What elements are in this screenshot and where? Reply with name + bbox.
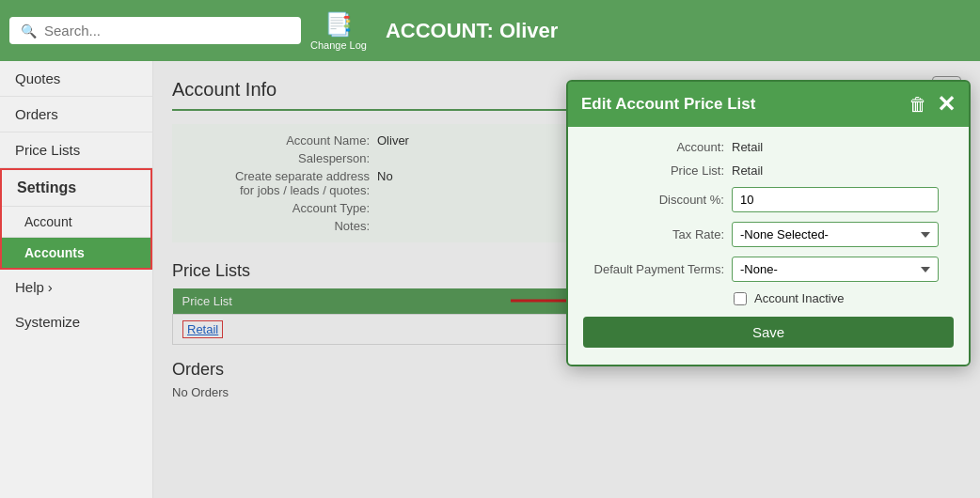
modal-discount-input[interactable] (732, 187, 939, 212)
modal-account-label: Account: (583, 140, 724, 154)
modal-header: Edit Account Price List 🗑 ✕ (568, 82, 969, 127)
changelog-label: Change Log (310, 39, 367, 51)
modal-payment-terms-label: Default Payment Terms: (583, 262, 724, 276)
modal-account-row: Account: Retail (583, 140, 954, 154)
settings-group: Settings Account Accounts (0, 168, 152, 270)
sidebar-item-account[interactable]: Account (2, 206, 150, 237)
modal-price-list-row: Price List: Retail (583, 163, 954, 178)
edit-account-price-list-modal: Edit Account Price List 🗑 ✕ Account: Ret… (566, 80, 971, 366)
modal-tax-rate-label: Tax Rate: (583, 227, 724, 241)
modal-save-button[interactable]: Save (583, 317, 954, 348)
modal-delete-button[interactable]: 🗑 (909, 94, 927, 116)
modal-discount-row: Discount %: (583, 187, 954, 212)
sidebar-item-orders[interactable]: Orders (0, 97, 152, 132)
modal-title: Edit Account Price List (581, 95, 755, 114)
modal-payment-terms-row: Default Payment Terms: -None- (583, 257, 954, 282)
field-label-account-type: Account Type: (182, 201, 370, 215)
modal-price-list-label: Price List: (583, 163, 724, 178)
sidebar-item-settings[interactable]: Settings (2, 170, 150, 206)
account-inactive-checkbox[interactable] (734, 292, 747, 305)
modal-footer: Save (583, 317, 954, 351)
modal-tax-rate-select[interactable]: -None Selected- (732, 222, 939, 247)
search-icon: 🔍 (21, 23, 37, 39)
sidebar: Quotes Orders Price Lists Settings Accou… (0, 61, 153, 498)
content: Account Info ✎ Account Name: Oliver Sale… (153, 61, 980, 498)
account-title: ACCOUNT: Oliver (386, 19, 558, 43)
modal-discount-label: Discount %: (583, 193, 724, 207)
search-box[interactable]: 🔍 (9, 17, 301, 44)
sidebar-item-systemize[interactable]: Systemize (0, 304, 152, 339)
modal-account-value: Retail (732, 140, 763, 154)
field-label-account-name: Account Name: (182, 133, 370, 148)
search-input[interactable] (44, 23, 290, 39)
modal-payment-terms-select[interactable]: -None- (732, 257, 939, 282)
modal-tax-rate-row: Tax Rate: -None Selected- (583, 222, 954, 247)
account-label: ACCOUNT: (386, 19, 494, 42)
main-layout: Quotes Orders Price Lists Settings Accou… (0, 61, 980, 498)
account-inactive-label: Account Inactive (754, 291, 844, 305)
field-label-notes: Notes: (182, 219, 370, 233)
modal-header-actions: 🗑 ✕ (909, 91, 956, 117)
field-label-salesperson: Salesperson: (182, 151, 370, 165)
sidebar-item-price-lists[interactable]: Price Lists (0, 132, 152, 168)
header: 🔍 📑 Change Log ACCOUNT: Oliver (0, 0, 980, 61)
account-name: Oliver (499, 19, 558, 42)
field-label-separate-address: Create separate addressfor jobs / leads … (182, 169, 370, 197)
modal-close-button[interactable]: ✕ (937, 91, 956, 117)
modal-price-list-value: Retail (732, 163, 763, 178)
changelog-button[interactable]: 📑 Change Log (310, 11, 367, 51)
modal-account-inactive-row: Account Inactive (734, 291, 954, 305)
modal-body: Account: Retail Price List: Retail Disco… (568, 127, 969, 365)
changelog-icon: 📑 (324, 11, 353, 38)
sidebar-item-accounts[interactable]: Accounts (2, 237, 150, 268)
sidebar-item-quotes[interactable]: Quotes (0, 61, 152, 97)
retail-price-list-link[interactable]: Retail (182, 320, 223, 338)
sidebar-item-help[interactable]: Help › (0, 270, 152, 304)
account-info-title: Account Info (172, 79, 277, 101)
no-orders-text: No Orders (172, 385, 961, 399)
